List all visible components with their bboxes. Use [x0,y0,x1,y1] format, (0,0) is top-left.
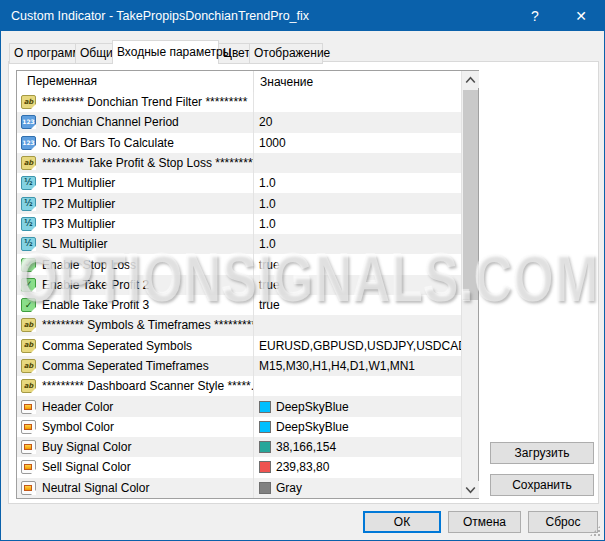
tab-about[interactable]: О программе [9,43,76,64]
param-name-cell: Symbol Color [17,417,254,437]
param-value: M15,M30,H1,H4,D1,W1,MN1 [259,359,415,373]
param-name-cell: 123 Donchian Channel Period [17,112,254,132]
param-value-cell[interactable]: true [254,295,461,315]
param-value-cell[interactable]: EURUSD,GBPUSD,USDJPY,USDCAD,A... [254,336,461,356]
param-value-cell[interactable]: 1.0 [254,173,461,193]
color-swatch [259,461,271,473]
color-swatch [259,441,271,453]
table-row[interactable]: 123 No. Of Bars To Calculate 1000 [17,133,461,153]
param-value-cell[interactable]: 20 [254,112,461,132]
param-value: 1.0 [259,237,276,251]
param-name: Enable Stop Loss [42,258,136,272]
table-row[interactable]: ½ TP2 Multiplier 1.0 [17,193,461,213]
color-swatch [259,482,271,494]
param-value: true [259,278,280,292]
bool-param-icon: ✓ [21,298,36,312]
scroll-down-icon[interactable] [462,481,479,498]
table-row[interactable]: ½ TP1 Multiplier 1.0 [17,173,461,193]
param-value-cell[interactable] [254,376,461,396]
param-name: Comma Seperated Symbols [42,339,192,353]
param-name-cell: ab ********* Donchian Trend Filter *****… [17,92,254,112]
param-value-cell[interactable]: 239,83,80 [254,457,461,477]
param-value-cell[interactable]: 1.0 [254,234,461,254]
table-row[interactable]: ½ TP3 Multiplier 1.0 [17,214,461,234]
param-name: No. Of Bars To Calculate [42,136,174,150]
table-body: ab ********* Donchian Trend Filter *****… [17,92,461,498]
color-swatch [259,421,271,433]
param-value: 239,83,80 [276,460,329,474]
table-row[interactable]: ab Comma Seperated Timeframes M15,M30,H1… [17,356,461,376]
text-param-icon: ab [21,156,36,170]
color-param-icon [21,481,36,495]
param-name-cell: ab ********* Symbols & Timeframes ******… [17,315,254,335]
color-param-icon [21,400,36,414]
param-name-cell: ab Comma Seperated Symbols [17,336,254,356]
int-param-icon: 123 [21,136,36,150]
table-row[interactable]: ab ********* Take Profit & Stop Loss ***… [17,153,461,173]
reset-button[interactable]: Сброс [528,511,598,533]
param-value: 1.0 [259,197,276,211]
table-row[interactable]: 123 Donchian Channel Period 20 [17,112,461,132]
column-header-variable[interactable]: Переменная [17,71,254,92]
load-button[interactable]: Загрузить [490,442,594,464]
table-header: Переменная Значение [17,71,478,92]
param-name: Sell Signal Color [42,460,131,474]
param-name: ********* Symbols & Timeframes ********* [42,318,254,332]
param-value-cell[interactable]: DeepSkyBlue [254,417,461,437]
param-value-cell[interactable]: 1000 [254,133,461,153]
param-name-cell: ✓ Enable Take Profit 3 [17,295,254,315]
param-value-cell[interactable]: 38,166,154 [254,437,461,457]
param-value-cell[interactable]: Gray [254,478,461,498]
table-row[interactable]: Sell Signal Color 239,83,80 [17,457,461,477]
table-row[interactable]: ab ********* Donchian Trend Filter *****… [17,92,461,112]
param-value-cell[interactable]: 1.0 [254,193,461,213]
param-value-cell[interactable]: DeepSkyBlue [254,396,461,416]
color-param-icon [21,460,36,474]
param-name-cell: ½ TP2 Multiplier [17,193,254,213]
param-value-cell[interactable]: 1.0 [254,214,461,234]
param-name-cell: ✓ Enable Take Profit 2 [17,275,254,295]
color-swatch [259,401,271,413]
text-param-icon: ab [21,359,36,373]
tab-inputs[interactable]: Входные параметры [112,40,219,64]
param-value-cell[interactable]: true [254,275,461,295]
param-name-cell: ½ SL Multiplier [17,234,254,254]
param-value: 20 [259,115,272,129]
table-row[interactable]: Buy Signal Color 38,166,154 [17,437,461,457]
table-row[interactable]: ✓ Enable Take Profit 3 true [17,295,461,315]
help-button[interactable]: ? [512,1,558,31]
save-button[interactable]: Сохранить [490,474,594,496]
table-row[interactable]: ✓ Enable Stop Loss true [17,254,461,274]
column-header-value[interactable]: Значение [254,75,478,89]
scroll-up-icon[interactable] [462,71,479,88]
param-value-cell[interactable] [254,153,461,173]
table-row[interactable]: Neutral Signal Color Gray [17,478,461,498]
param-name: SL Multiplier [42,237,108,251]
tab-visualization[interactable]: Отображение [249,43,323,64]
cancel-button[interactable]: Отмена [448,511,521,533]
table-row[interactable]: Header Color DeepSkyBlue [17,396,461,416]
text-param-icon: ab [21,339,36,353]
table-row[interactable]: ab ********* Symbols & Timeframes ******… [17,315,461,335]
param-value-cell[interactable] [254,315,461,335]
param-name: Donchian Channel Period [42,115,179,129]
param-value-cell[interactable] [254,92,461,112]
tab-common[interactable]: Общие [75,43,113,64]
table-row[interactable]: ab ********* Dashboard Scanner Style ***… [17,376,461,396]
table-row[interactable]: Symbol Color DeepSkyBlue [17,417,461,437]
text-param-icon: ab [21,379,36,393]
table-scrollbar[interactable] [461,71,478,498]
param-name: ********* Take Profit & Stop Loss ******… [42,156,254,170]
bool-param-icon: ✓ [21,278,36,292]
close-button[interactable]: ✕ [558,1,604,31]
table-row[interactable]: ½ SL Multiplier 1.0 [17,234,461,254]
param-value-cell[interactable]: true [254,254,461,274]
scrollbar-thumb[interactable] [463,90,478,300]
table-row[interactable]: ✓ Enable Take Profit 2 true [17,275,461,295]
param-value-cell[interactable]: M15,M30,H1,H4,D1,W1,MN1 [254,356,461,376]
param-value: 1.0 [259,217,276,231]
table-row[interactable]: ab Comma Seperated Symbols EURUSD,GBPUSD… [17,336,461,356]
param-name: ********* Donchian Trend Filter ********… [42,95,247,109]
ok-button[interactable]: ОК [363,511,441,533]
param-name: ********* Dashboard Scanner Style *****.… [42,379,254,393]
